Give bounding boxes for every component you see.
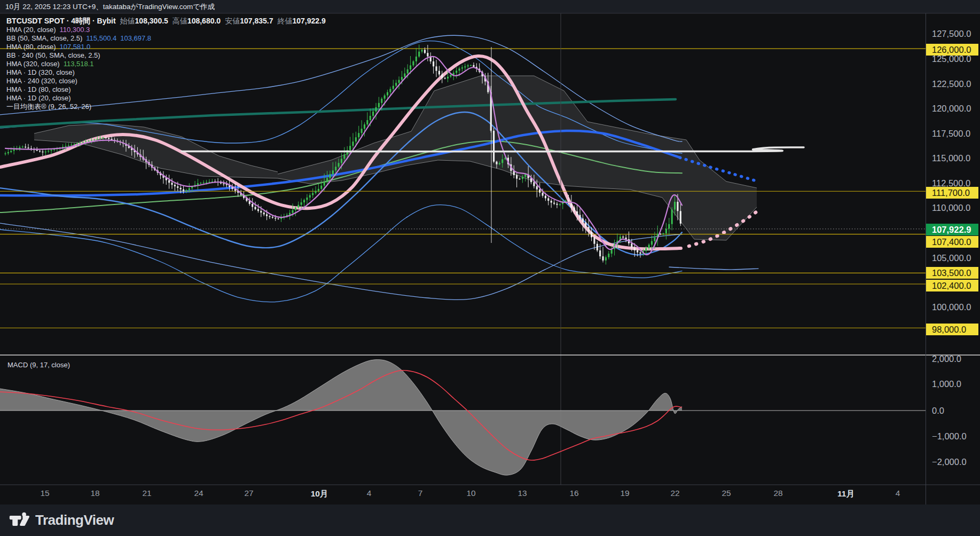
indicator-label: HMA · 240 (320, close) (6, 77, 77, 85)
candle (266, 214, 268, 216)
time-axis-label: 7 (418, 488, 423, 498)
candle (668, 224, 670, 229)
time-axis-label: 16 (569, 488, 578, 498)
candle (10, 151, 12, 152)
candle (553, 203, 555, 204)
candle (42, 152, 43, 153)
price-axis-label: 105,000.0 (926, 252, 978, 264)
indicator-row[interactable]: 一目均衡表® (9, 26, 52, 26) (6, 103, 326, 111)
ohlc-value: 107,835.7 (240, 17, 273, 25)
time-axis[interactable]: 151821242710月471013161922252811月4 (0, 485, 926, 505)
candle (48, 151, 49, 152)
candle (435, 66, 437, 70)
time-axis-label: 4 (896, 488, 900, 498)
price-axis-label: 127,500.0 (926, 28, 978, 40)
symbol-title-row[interactable]: BTCUSDT SPOT · 4時間 · Bybit始値108,300.5高値1… (6, 16, 326, 26)
candle (375, 107, 377, 112)
price-axis-label: −2,000.0 (926, 456, 978, 468)
time-axis-label: 15 (40, 488, 49, 498)
candle (645, 248, 647, 251)
candle (332, 170, 334, 174)
candle (674, 202, 676, 210)
tradingview-brand-text[interactable]: TradingView (35, 512, 114, 529)
indicator-row[interactable]: HMA · 1D (20, close) (6, 94, 326, 103)
indicator-label: HMA · 1D (80, close) (6, 85, 71, 93)
candle (206, 182, 207, 183)
candle (605, 257, 607, 261)
candle (410, 65, 411, 69)
candle (680, 211, 681, 224)
indicator-label: HMA · 1D (320, close) (6, 68, 75, 76)
indicator-value: 115,500.4 (86, 34, 116, 42)
candle (45, 152, 46, 152)
candle (289, 213, 291, 215)
candle (398, 80, 400, 83)
candle (433, 61, 434, 66)
candle (364, 124, 365, 129)
candle (470, 65, 472, 66)
candle (315, 191, 316, 193)
time-axis-label: 25 (722, 488, 731, 498)
candle (272, 217, 273, 218)
candle (441, 74, 443, 78)
candle (226, 184, 228, 185)
indicator-value: 107,581.0 (59, 43, 90, 51)
candle (401, 77, 403, 80)
candle (499, 163, 500, 164)
candle (197, 183, 199, 185)
indicator-row[interactable]: HMA (80, close)107,581.0 (6, 43, 326, 51)
candle (387, 92, 388, 96)
time-axis-label: 27 (244, 488, 253, 498)
candle (536, 186, 538, 190)
candle (349, 146, 351, 150)
indicator-label: BB (50, SMA, close, 2.5) (6, 34, 82, 42)
candle (82, 142, 84, 143)
candle (464, 66, 466, 67)
candle (542, 193, 544, 196)
indicator-row[interactable]: HMA · 240 (320, close) (6, 77, 326, 85)
indicator-row[interactable]: HMA · 1D (320, close) (6, 68, 326, 77)
candle (608, 254, 609, 257)
candle (654, 238, 655, 241)
tradingview-snapshot: 10月 22, 2025 12:23 UTC+9、takatabaがTradin… (0, 0, 980, 536)
tradingview-logo-icon[interactable] (9, 510, 30, 531)
candle (404, 74, 405, 77)
indicator-row[interactable]: HMA (320, close)113,518.1 (6, 60, 326, 68)
footer-bar: TradingView (0, 505, 980, 536)
candle (395, 83, 397, 86)
indicator-row[interactable]: BB (50, SMA, close, 2.5)115,500.4103,697… (6, 34, 326, 43)
candle (407, 69, 409, 74)
candle (223, 184, 224, 185)
symbol-name[interactable]: BTCUSDT SPOT · 4時間 · Bybit (6, 17, 116, 25)
candle (622, 237, 624, 238)
candle (456, 70, 457, 73)
time-axis-label: 19 (620, 488, 629, 498)
time-axis-label: 10 (466, 488, 475, 498)
candle (301, 202, 302, 205)
indicator-row[interactable]: HMA (20, close)110,300.3 (6, 26, 326, 34)
candle (297, 205, 299, 208)
indicator-row[interactable]: BB · 240 (50, SMA, close, 2.5) (6, 51, 326, 60)
candle (559, 204, 561, 204)
indicator-row[interactable]: HMA · 1D (80, close) (6, 85, 326, 94)
candle (102, 138, 104, 138)
candle (292, 210, 293, 213)
macd-legend[interactable]: MACD (9, 17, close) (7, 361, 70, 369)
candle (458, 68, 460, 70)
indicator-label: BB · 240 (50, SMA, close, 2.5) (6, 51, 100, 59)
candle (366, 120, 368, 124)
candle (524, 175, 526, 177)
time-axis-label: 4 (367, 488, 372, 498)
alert-price-label: 103,500.0 (926, 267, 978, 279)
candle (278, 218, 279, 219)
candle (324, 182, 325, 186)
price-axis[interactable]: 127,500.0126,000.0125,000.0122,500.0120,… (926, 13, 980, 505)
indicator-legend: BTCUSDT SPOT · 4時間 · Bybit始値108,300.5高値1… (6, 16, 326, 111)
candle (19, 147, 20, 148)
price-axis-label: 0.0 (926, 405, 978, 416)
candle (108, 138, 109, 139)
candle (381, 99, 382, 103)
candle (329, 174, 331, 178)
candle (252, 204, 253, 207)
ohlc-label: 終値 (277, 17, 292, 25)
